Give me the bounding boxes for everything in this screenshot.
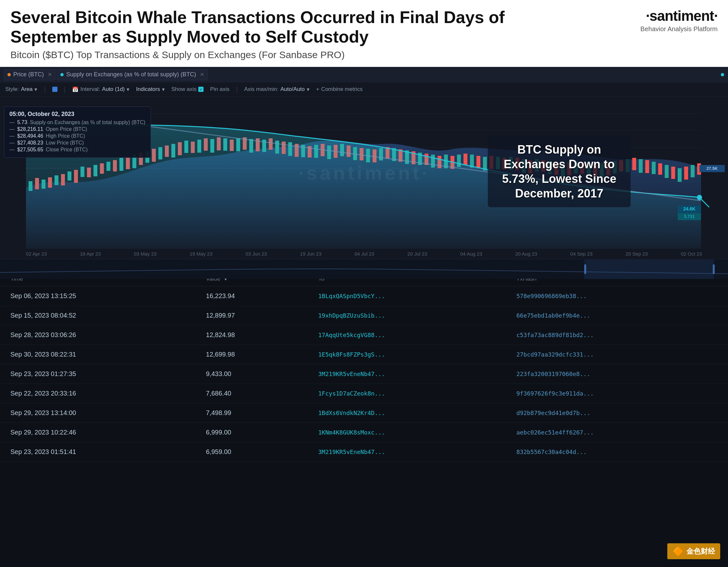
toolbar-indicators[interactable]: Indicators ▾ [136, 86, 165, 93]
cell-to-8[interactable]: 3M219KR5vEneNb47... [308, 442, 506, 462]
tooltip-row-2: — $28,494.46 High Price (BTC) [9, 133, 145, 139]
cell-txhash-5[interactable]: 9f3697626f9c3e911da... [506, 384, 728, 403]
brand-icon: 🔶 [672, 546, 684, 557]
cell-value-3: 12,699.98 [196, 345, 308, 364]
svg-rect-75 [463, 154, 467, 165]
indicators-label: Indicators [136, 86, 160, 92]
cell-value-2: 12,824.98 [196, 325, 308, 345]
style-value: Area [21, 86, 33, 92]
toolbar-pin-axis[interactable]: Pin axis [210, 86, 229, 92]
calendar-small-icon: 📅 [72, 86, 79, 92]
x-axis: 02 Apr 23 18 Apr 23 03 May 23 19 May 23 … [0, 249, 728, 259]
cell-to-1[interactable]: 19xhDpqBZUzuSbib... [308, 306, 506, 325]
cell-time-8: Sep 23, 2023 01:51:41 [0, 442, 196, 462]
table-row: ↙ Sep 29, 2023 13:14:00 7,498.99 1BdXs6V… [0, 403, 728, 423]
axis-maxmin-value: Auto/Auto [280, 86, 305, 92]
separator-2: | [64, 86, 66, 93]
cell-to-5[interactable]: 1Fcys1D7aCZeok8n... [308, 384, 506, 403]
x-label-6: 04 Jul 23 [354, 251, 374, 256]
page-header: Several Bitcoin Whale Transactions Occur… [0, 0, 728, 67]
metric-tab-supply[interactable]: Supply on Exchanges (as % of total suppl… [57, 69, 208, 80]
cell-txhash-0[interactable]: 578e990696869eb38... [506, 286, 728, 306]
cell-to-3[interactable]: 1E5qk8Fs8FZPs3gS... [308, 345, 506, 364]
cell-time-5: Sep 22, 2023 20:33:16 [0, 384, 196, 403]
interval-label: Interval: [80, 86, 100, 92]
svg-text:24.6K: 24.6K [683, 206, 695, 211]
brand-label: 金色财经 [686, 547, 715, 556]
cell-value-0: 16,223.94 [196, 286, 308, 306]
metric-tabs: Price (BTC) ✕ Supply on Exchanges (as % … [0, 67, 728, 82]
cell-value-7: 6,999.00 [196, 423, 308, 442]
page-title: Several Bitcoin Whale Transactions Occur… [10, 8, 530, 47]
pin-axis-label: Pin axis [210, 86, 229, 92]
logo: ·santiment· Behavior Analysis Platform [627, 8, 718, 33]
combine-metrics-btn[interactable]: + Combine metrics [316, 86, 363, 92]
chevron-down-icon-4: ▾ [307, 86, 310, 93]
separator-1: | [44, 86, 45, 93]
toolbar-interval[interactable]: 📅 Interval: Auto (1d) ▾ [72, 86, 130, 93]
chart-navigator[interactable] [0, 259, 728, 278]
svg-text:27.5K: 27.5K [707, 166, 718, 171]
cell-to-4[interactable]: 3M219KR5vEneNb47... [308, 364, 506, 384]
svg-rect-123 [713, 264, 715, 274]
table-row: ↙ Sep 30, 2023 08:22:31 12,699.98 1E5qk8… [0, 345, 728, 364]
chevron-down-icon-2: ▾ [127, 86, 130, 93]
cell-time-6: ↙ Sep 29, 2023 13:14:00 [0, 403, 196, 423]
cell-value-1: 12,899.97 [196, 306, 308, 325]
tooltip-date: 05:00, October 02, 2023 [9, 111, 145, 117]
svg-rect-106 [665, 165, 669, 178]
svg-rect-121 [584, 259, 714, 279]
close-supply-tab[interactable]: ✕ [200, 71, 204, 78]
x-label-0: 02 Apr 23 [26, 251, 47, 256]
tooltip-row-0: — 5.73 Supply on Exchanges (as % of tota… [9, 119, 145, 125]
svg-rect-122 [584, 264, 586, 274]
chart-canvas: ·santiment· [0, 97, 728, 249]
cell-to-6[interactable]: 1BdXs6VndkN2Kr4D... [308, 403, 506, 423]
toolbar-show-axis[interactable]: Show axis ✓ [171, 86, 204, 92]
tooltip-row-3: — $27,408.23 Low Price (BTC) [9, 140, 145, 146]
table-row: ↙ Sep 29, 2023 10:22:46 6,999.00 1KNm4K8… [0, 423, 728, 442]
price-dot [7, 73, 11, 76]
cell-txhash-3[interactable]: 27bcd97aa329dcfc331... [506, 345, 728, 364]
cell-txhash-1[interactable]: 66e75ebd1ab0ef9b4e... [506, 306, 728, 325]
cell-txhash-8[interactable]: 832b5567c30a4c04d... [506, 442, 728, 462]
interval-value: Auto (1d) [102, 86, 125, 92]
toolbar-axis-maxmin[interactable]: Axis max/min: Auto/Auto ▾ [244, 86, 309, 93]
svg-rect-105 [658, 163, 662, 175]
close-price-tab[interactable]: ✕ [48, 71, 52, 78]
page-subtitle: Bitcoin ($BTC) Top Transactions & Supply… [10, 49, 530, 60]
cell-txhash-6[interactable]: d92b879ec9d41e0d7b... [506, 403, 728, 423]
cell-to-7[interactable]: 1KNm4K8GUK8sMoxc... [308, 423, 506, 442]
svg-rect-107 [671, 166, 675, 179]
svg-rect-77 [476, 156, 480, 168]
x-label-12: 02 Oct 23 [681, 251, 702, 256]
x-label-8: 04 Aug 23 [460, 251, 482, 256]
cell-time-0: Sep 06, 2023 13:15:25 [0, 286, 196, 306]
x-label-4: 03 Jun 23 [245, 251, 267, 256]
color-swatch[interactable] [52, 87, 57, 92]
table-row: ↙ Sep 28, 2023 03:06:26 12,824.98 17AqqU… [0, 325, 728, 345]
cell-time-1: Sep 15, 2023 08:04:52 [0, 306, 196, 325]
cell-txhash-4[interactable]: 223fa32003197060e8... [506, 364, 728, 384]
plus-icon: + [316, 86, 319, 92]
bottom-panel: Top Token Transactions 02 Sep 23 - 02 Oc… [0, 249, 728, 476]
logo-text: ·santiment· [627, 8, 718, 24]
indicator-dot [721, 73, 724, 76]
cell-to-0[interactable]: 1BLqxQASpnD5VbcY... [308, 286, 506, 306]
cell-time-3: ↙ Sep 30, 2023 08:22:31 [0, 345, 196, 364]
svg-rect-102 [639, 159, 643, 173]
cell-txhash-2[interactable]: c53fa73ac889df81bd2... [506, 325, 728, 345]
axis-maxmin-label: Axis max/min: [244, 86, 278, 92]
x-label-1: 18 Apr 23 [80, 251, 101, 256]
show-axis-checkbox[interactable]: ✓ [198, 87, 204, 92]
toolbar-style[interactable]: Style: Area ▾ [5, 86, 37, 93]
metric-tab-price[interactable]: Price (BTC) ✕ [4, 69, 56, 80]
supply-dot [60, 73, 64, 76]
cell-to-2[interactable]: 17AqqUte5kcgVG88... [308, 325, 506, 345]
cell-txhash-7[interactable]: aebc026ec51e4ff6267... [506, 423, 728, 442]
transactions-table: Time Value ▼ To TxHash Sep 06, 2023 13:1… [0, 271, 728, 462]
combine-metrics-label: Combine metrics [321, 86, 363, 92]
svg-rect-103 [645, 160, 649, 173]
table-row: Sep 15, 2023 08:04:52 12,899.97 19xhDpqB… [0, 306, 728, 325]
cell-time-4: Sep 23, 2023 01:27:35 [0, 364, 196, 384]
